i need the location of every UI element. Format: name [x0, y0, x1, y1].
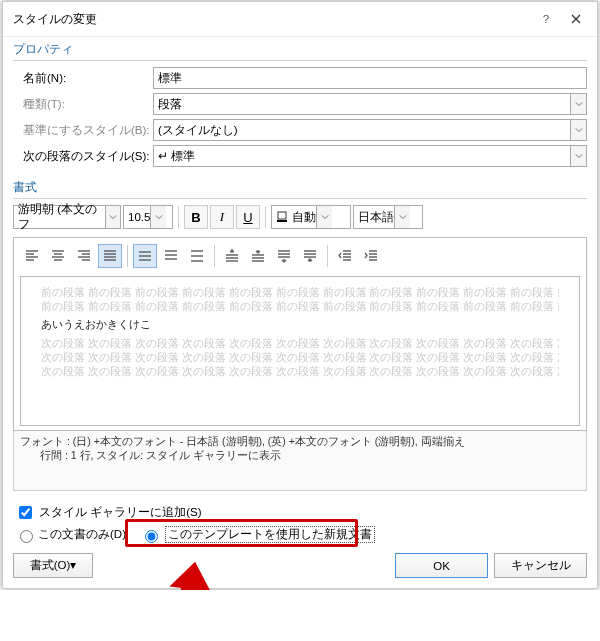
- close-button[interactable]: [561, 8, 591, 30]
- preview-next-line: 次の段落 次の段落 次の段落 次の段落 次の段落 次の段落 次の段落 次の段落 …: [41, 336, 559, 350]
- indent-increase-button[interactable]: [359, 244, 383, 268]
- preview-sample-text: あいうえおかきくけこ: [41, 317, 559, 331]
- label-based-on: 基準にするスタイル(B):: [13, 123, 153, 138]
- align-right-button[interactable]: [72, 244, 96, 268]
- this-doc-only-radio[interactable]: [20, 530, 33, 543]
- font-name-value: 游明朝 (本文のフ: [18, 202, 105, 232]
- font-name-select[interactable]: 游明朝 (本文のフ: [13, 205, 121, 229]
- align-justify-button[interactable]: [98, 244, 122, 268]
- format-menu-button[interactable]: 書式(O)▾: [13, 553, 93, 578]
- lang-value: 日本語: [358, 210, 394, 225]
- italic-button[interactable]: I: [210, 205, 234, 229]
- style-preview: 前の段落 前の段落 前の段落 前の段落 前の段落 前の段落 前の段落 前の段落 …: [20, 276, 580, 426]
- based-on-select[interactable]: (スタイルなし): [153, 119, 587, 141]
- chevron-down-icon: [570, 120, 586, 140]
- svg-rect-1: [278, 212, 286, 219]
- separator: [265, 206, 266, 228]
- add-to-gallery-label: スタイル ギャラリーに追加(S): [39, 505, 202, 520]
- footer-options: スタイル ギャラリーに追加(S) この文書のみ(D) このテンプレートを使用した…: [13, 503, 587, 543]
- cancel-button[interactable]: キャンセル: [494, 553, 587, 578]
- style-description: フォント : (日) +本文のフォント - 日本語 (游明朝), (英) +本文…: [13, 431, 587, 491]
- chevron-down-icon: [316, 206, 332, 228]
- this-doc-only-label: この文書のみ(D): [38, 527, 126, 542]
- dialog-title: スタイルの変更: [13, 11, 531, 28]
- annotation-highlight-box: [125, 519, 358, 547]
- separator: [327, 245, 328, 267]
- space-before-inc-button[interactable]: [220, 244, 244, 268]
- dialog-modify-style: スタイルの変更 ? プロパティ 名前(N): 種類(T): 段落 基準にするスタ…: [2, 1, 598, 589]
- label-name: 名前(N):: [13, 71, 153, 86]
- section-properties: プロパティ: [13, 37, 587, 61]
- type-value: 段落: [158, 97, 570, 112]
- svg-marker-2: [164, 561, 215, 590]
- preview-next-line: 次の段落 次の段落 次の段落 次の段落 次の段落 次の段落 次の段落 次の段落 …: [41, 350, 559, 364]
- align-left-button[interactable]: [20, 244, 44, 268]
- font-color-value: 自動: [292, 210, 316, 225]
- label-type: 種類(T):: [13, 97, 153, 112]
- separator: [214, 245, 215, 267]
- close-icon: [571, 14, 581, 24]
- next-style-value: ↵ 標準: [158, 149, 570, 164]
- ok-button[interactable]: OK: [395, 553, 488, 578]
- indent-decrease-button[interactable]: [333, 244, 357, 268]
- name-input[interactable]: [153, 67, 587, 89]
- align-center-button[interactable]: [46, 244, 70, 268]
- title-bar: スタイルの変更 ?: [3, 2, 597, 37]
- section-format: 書式: [13, 175, 587, 199]
- space-after-inc-button[interactable]: [272, 244, 296, 268]
- chevron-down-icon: [394, 206, 410, 228]
- properties-grid: 名前(N): 種類(T): 段落 基準にするスタイル(B): (スタイルなし) …: [13, 67, 587, 167]
- preview-prev-line: 前の段落 前の段落 前の段落 前の段落 前の段落 前の段落 前の段落 前の段落 …: [41, 285, 559, 299]
- type-select[interactable]: 段落: [153, 93, 587, 115]
- font-color-select[interactable]: 自動: [271, 205, 351, 229]
- next-style-select[interactable]: ↵ 標準: [153, 145, 587, 167]
- separator: [178, 206, 179, 228]
- desc-line-2: 行間 : 1 行, スタイル: スタイル ギャラリーに表示: [20, 449, 580, 463]
- underline-button[interactable]: U: [236, 205, 260, 229]
- format-toolbar-1: 游明朝 (本文のフ 10.5 B I U 自動 日本語: [13, 205, 587, 229]
- line-spacing-2-button[interactable]: [185, 244, 209, 268]
- separator: [127, 245, 128, 267]
- based-on-value: (スタイルなし): [158, 123, 570, 138]
- dialog-button-row: 書式(O)▾ OK キャンセル: [13, 553, 587, 578]
- bold-button[interactable]: B: [184, 205, 208, 229]
- svg-rect-0: [277, 220, 287, 222]
- format-toolbar-2: [20, 244, 580, 268]
- add-to-gallery-checkbox[interactable]: [19, 506, 32, 519]
- chevron-down-icon: [570, 146, 586, 166]
- space-before-dec-button[interactable]: [246, 244, 270, 268]
- desc-line-1: フォント : (日) +本文のフォント - 日本語 (游明朝), (英) +本文…: [20, 435, 580, 449]
- annotation-arrow-icon: [152, 561, 222, 590]
- label-next-style: 次の段落のスタイル(S):: [13, 149, 153, 164]
- font-size-select[interactable]: 10.5: [123, 205, 173, 229]
- help-button[interactable]: ?: [531, 8, 561, 30]
- chevron-down-icon: [105, 206, 120, 228]
- space-after-dec-button[interactable]: [298, 244, 322, 268]
- preview-prev-line: 前の段落 前の段落 前の段落 前の段落 前の段落 前の段落 前の段落 前の段落 …: [41, 299, 559, 313]
- line-spacing-1-button[interactable]: [133, 244, 157, 268]
- chevron-down-icon: [150, 206, 166, 228]
- preview-next-line: 次の段落 次の段落 次の段落 次の段落 次の段落 次の段落 次の段落 次の段落 …: [41, 364, 559, 378]
- chevron-down-icon: [570, 94, 586, 114]
- font-size-value: 10.5: [128, 211, 150, 223]
- lang-select[interactable]: 日本語: [353, 205, 423, 229]
- font-color-icon: [276, 211, 288, 223]
- format-panel: 前の段落 前の段落 前の段落 前の段落 前の段落 前の段落 前の段落 前の段落 …: [13, 237, 587, 431]
- line-spacing-15-button[interactable]: [159, 244, 183, 268]
